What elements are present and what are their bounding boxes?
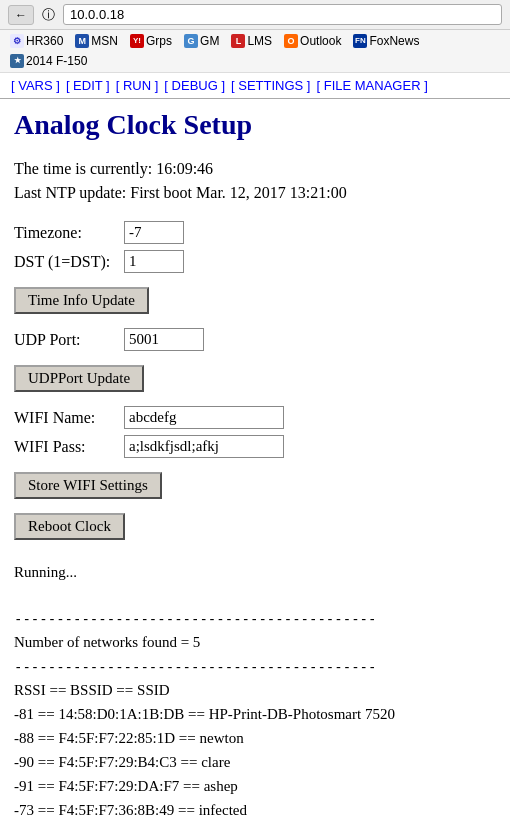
bookmark-f150-icon: ★	[10, 54, 24, 68]
wifi-pass-row: WIFI Pass:	[14, 435, 496, 458]
bookmark-lms[interactable]: L LMS	[227, 33, 276, 49]
wifi-pass-label: WIFI Pass:	[14, 438, 124, 456]
browser-bar: ← ⓘ 10.0.0.18	[0, 0, 510, 30]
nav-file-manager[interactable]: [ FILE MANAGER ]	[314, 77, 431, 94]
nav-vars[interactable]: [ VARS ]	[8, 77, 63, 94]
bookmark-outlook-label: Outlook	[300, 34, 341, 48]
network-line-0: -81 == 14:58:D0:1A:1B:DB == HP-Print-DB-…	[14, 702, 496, 726]
bookmark-gm-icon: G	[184, 34, 198, 48]
udp-row: UDP Port:	[14, 328, 496, 351]
networks-found: Number of networks found = 5	[14, 630, 496, 656]
network-line-2: -90 == F4:5F:F7:29:B4:C3 == clare	[14, 750, 496, 774]
page-content: Analog Clock Setup The time is currently…	[0, 99, 510, 816]
wifi-section: WIFI Name: WIFI Pass:	[14, 406, 496, 458]
reboot-clock-button[interactable]: Reboot Clock	[14, 513, 125, 540]
current-time: The time is currently: 16:09:46	[14, 157, 496, 181]
time-info-update-button[interactable]: Time Info Update	[14, 287, 149, 314]
nav-run[interactable]: [ RUN ]	[113, 77, 162, 94]
bookmark-gm[interactable]: G GM	[180, 33, 223, 49]
bookmark-foxnews-label: FoxNews	[369, 34, 419, 48]
running-label: Running...	[14, 560, 496, 584]
bookmark-grps[interactable]: Y! Grps	[126, 33, 176, 49]
dst-input[interactable]	[124, 250, 184, 273]
timezone-row: Timezone:	[14, 221, 496, 244]
bookmark-grps-label: Grps	[146, 34, 172, 48]
divider1: ----------------------------------------…	[14, 608, 496, 630]
dst-row: DST (1=DST):	[14, 250, 496, 273]
bookmark-foxnews-icon: FN	[353, 34, 367, 48]
nav-edit[interactable]: [ EDIT ]	[63, 77, 113, 94]
back-button[interactable]: ←	[8, 5, 34, 25]
wifi-name-row: WIFI Name:	[14, 406, 496, 429]
nav-settings[interactable]: [ SETTINGS ]	[228, 77, 313, 94]
bookmark-hr360[interactable]: ⚙ HR360	[6, 33, 67, 49]
bookmark-outlook[interactable]: O Outlook	[280, 33, 345, 49]
nav-bar: [ VARS ] [ EDIT ] [ RUN ] [ DEBUG ] [ SE…	[0, 73, 510, 99]
output-section: Running... -----------------------------…	[14, 560, 496, 816]
bookmarks-bar: ⚙ HR360 M MSN Y! Grps G GM L LMS O Outlo…	[0, 30, 510, 73]
ntp-update: Last NTP update: First boot Mar. 12, 201…	[14, 181, 496, 205]
udp-port-input[interactable]	[124, 328, 204, 351]
udp-section: UDP Port:	[14, 328, 496, 351]
bookmark-gm-label: GM	[200, 34, 219, 48]
time-info: The time is currently: 16:09:46 Last NTP…	[14, 157, 496, 205]
rssi-header: RSSI == BSSID == SSID	[14, 678, 496, 702]
address-bar[interactable]: 10.0.0.18	[63, 4, 502, 25]
bookmark-f150-label: 2014 F-150	[26, 54, 87, 68]
page-title: Analog Clock Setup	[14, 109, 496, 141]
bookmark-lms-label: LMS	[247, 34, 272, 48]
wifi-name-label: WIFI Name:	[14, 409, 124, 427]
timezone-label: Timezone:	[14, 224, 124, 242]
store-wifi-button[interactable]: Store WIFI Settings	[14, 472, 162, 499]
bookmark-hr360-icon: ⚙	[10, 34, 24, 48]
bookmark-msn-label: MSN	[91, 34, 118, 48]
nav-debug[interactable]: [ DEBUG ]	[161, 77, 228, 94]
bookmark-outlook-icon: O	[284, 34, 298, 48]
dst-label: DST (1=DST):	[14, 253, 124, 271]
info-icon: ⓘ	[42, 6, 55, 24]
bookmark-foxnews[interactable]: FN FoxNews	[349, 33, 423, 49]
network-line-4: -73 == F4:5F:F7:36:8B:49 == infected	[14, 798, 496, 816]
timezone-input[interactable]	[124, 221, 184, 244]
bookmark-hr360-label: HR360	[26, 34, 63, 48]
bookmark-msn-icon: M	[75, 34, 89, 48]
network-line-3: -91 == F4:5F:F7:29:DA:F7 == ashep	[14, 774, 496, 798]
bookmark-lms-icon: L	[231, 34, 245, 48]
udp-update-button[interactable]: UDPPort Update	[14, 365, 144, 392]
divider2: ----------------------------------------…	[14, 656, 496, 678]
wifi-pass-input[interactable]	[124, 435, 284, 458]
bookmark-f150[interactable]: ★ 2014 F-150	[6, 53, 91, 69]
bookmark-msn[interactable]: M MSN	[71, 33, 122, 49]
timezone-section: Timezone: DST (1=DST):	[14, 221, 496, 273]
udp-port-label: UDP Port:	[14, 331, 124, 349]
network-line-1: -88 == F4:5F:F7:22:85:1D == newton	[14, 726, 496, 750]
bookmark-grps-icon: Y!	[130, 34, 144, 48]
wifi-name-input[interactable]	[124, 406, 284, 429]
